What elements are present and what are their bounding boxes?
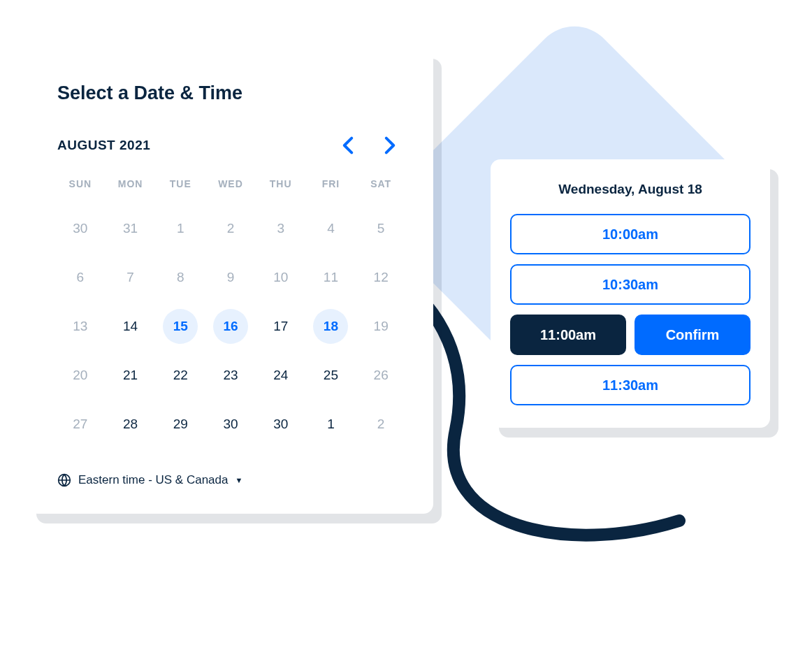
calendar-day[interactable]: 11 [308, 255, 354, 300]
calendar-card: Select a Date & Time AUGUST 2021 SUNMONT… [28, 49, 433, 514]
time-slot-selected[interactable]: 11:00am [510, 315, 626, 355]
confirm-button[interactable]: Confirm [635, 315, 751, 355]
calendar-day[interactable]: 19 [358, 304, 404, 349]
calendar-day[interactable]: 20 [57, 353, 103, 398]
calendar-day[interactable]: 1 [308, 402, 354, 447]
calendar-day[interactable]: 12 [358, 255, 404, 300]
timezone-selector[interactable]: Eastern time - US & Canada ▼ [57, 473, 404, 487]
calendar-day[interactable]: 13 [57, 304, 103, 349]
calendar-day[interactable]: 30 [208, 402, 254, 447]
calendar-day[interactable]: 30 [258, 402, 304, 447]
calendar-day[interactable]: 1 [157, 206, 203, 251]
calendar-day[interactable]: 23 [208, 353, 254, 398]
month-label: AUGUST 2021 [57, 138, 150, 153]
calendar-day[interactable]: 8 [157, 255, 203, 300]
calendar-day[interactable]: 18 [308, 304, 354, 349]
calendar-day[interactable]: 27 [57, 402, 103, 447]
calendar-day[interactable]: 17 [258, 304, 304, 349]
day-header: SAT [358, 173, 404, 202]
day-header: WED [208, 173, 254, 202]
calendar-day[interactable]: 3 [258, 206, 304, 251]
calendar-title: Select a Date & Time [57, 82, 404, 104]
day-header: FRI [308, 173, 354, 202]
time-picker-card: Wednesday, August 18 10:00am10:30am11:00… [491, 159, 770, 428]
chevron-left-icon [342, 136, 354, 154]
calendar-day[interactable]: 2 [208, 206, 254, 251]
calendar-day[interactable]: 7 [108, 255, 154, 300]
calendar-header: AUGUST 2021 [57, 138, 404, 153]
calendar-day[interactable]: 4 [308, 206, 354, 251]
time-slot-button[interactable]: 10:30am [510, 264, 751, 305]
calendar-day[interactable]: 26 [358, 353, 404, 398]
calendar-grid: SUNMONTUEWEDTHUFRISAT3031123456789101112… [57, 173, 404, 447]
next-month-button[interactable] [383, 138, 397, 152]
day-header: TUE [157, 173, 203, 202]
calendar-day[interactable]: 9 [208, 255, 254, 300]
calendar-day[interactable]: 14 [108, 304, 154, 349]
time-slot-button[interactable]: 11:30am [510, 365, 751, 405]
month-nav [341, 138, 404, 152]
calendar-day[interactable]: 6 [57, 255, 103, 300]
globe-icon [57, 473, 71, 487]
selected-date-label: Wednesday, August 18 [510, 182, 751, 197]
prev-month-button[interactable] [341, 138, 355, 152]
day-header: MON [108, 173, 154, 202]
calendar-day[interactable]: 2 [358, 402, 404, 447]
calendar-day[interactable]: 5 [358, 206, 404, 251]
calendar-day[interactable]: 10 [258, 255, 304, 300]
chevron-right-icon [384, 136, 396, 154]
time-slot-row-selected: 11:00amConfirm [510, 315, 751, 355]
calendar-day[interactable]: 25 [308, 353, 354, 398]
calendar-day[interactable]: 15 [157, 304, 203, 349]
calendar-day[interactable]: 28 [108, 402, 154, 447]
calendar-day[interactable]: 24 [258, 353, 304, 398]
time-slot-list: 10:00am10:30am11:00amConfirm11:30am [510, 214, 751, 405]
timezone-label: Eastern time - US & Canada [78, 473, 228, 487]
calendar-day[interactable]: 30 [57, 206, 103, 251]
day-header: SUN [57, 173, 103, 202]
calendar-day[interactable]: 21 [108, 353, 154, 398]
calendar-day[interactable]: 31 [108, 206, 154, 251]
time-slot-button[interactable]: 10:00am [510, 214, 751, 254]
calendar-day[interactable]: 29 [157, 402, 203, 447]
calendar-day[interactable]: 22 [157, 353, 203, 398]
caret-down-icon: ▼ [235, 476, 242, 484]
day-header: THU [258, 173, 304, 202]
calendar-day[interactable]: 16 [208, 304, 254, 349]
